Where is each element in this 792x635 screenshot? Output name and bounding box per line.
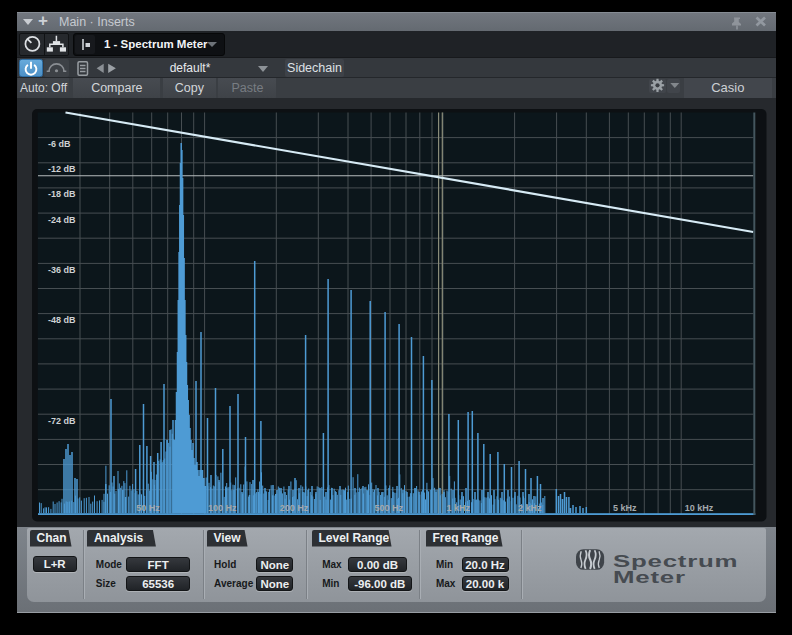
svg-text:-6 dB: -6 dB xyxy=(48,139,71,149)
svg-text:-18 dB: -18 dB xyxy=(48,189,76,199)
svg-text:-24 dB: -24 dB xyxy=(48,215,76,225)
svg-text:5 kHz: 5 kHz xyxy=(613,503,637,513)
svg-text:100 Hz: 100 Hz xyxy=(208,503,237,513)
svg-text:200 Hz: 200 Hz xyxy=(280,503,309,513)
svg-text:-72 dB: -72 dB xyxy=(48,416,76,426)
svg-text:50 Hz: 50 Hz xyxy=(136,503,160,513)
svg-text:-12 dB: -12 dB xyxy=(48,164,76,174)
svg-text:-48 dB: -48 dB xyxy=(48,315,76,325)
svg-text:1 kHz: 1 kHz xyxy=(446,503,470,513)
svg-text:-36 dB: -36 dB xyxy=(48,265,76,275)
svg-text:2 kHz: 2 kHz xyxy=(518,503,542,513)
svg-text:500 Hz: 500 Hz xyxy=(375,503,404,513)
svg-text:10 kHz: 10 kHz xyxy=(685,503,714,513)
